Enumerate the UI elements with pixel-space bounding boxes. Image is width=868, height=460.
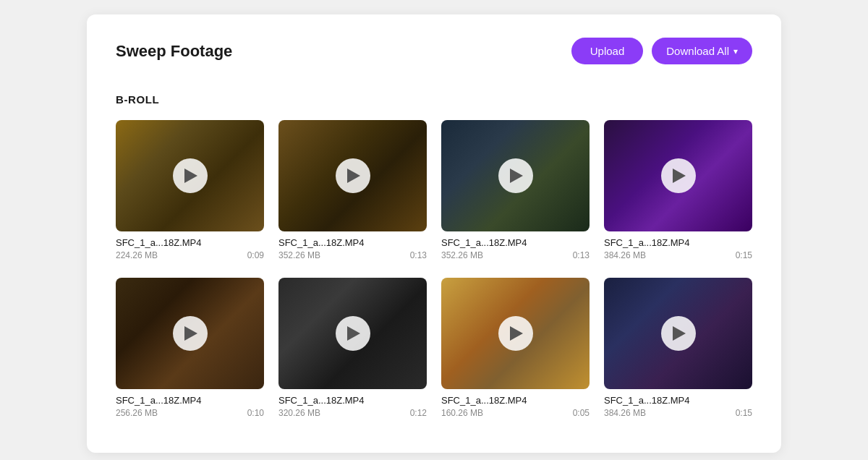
- play-button[interactable]: [173, 158, 208, 193]
- video-size: 352.26 MB: [278, 250, 320, 260]
- video-thumbnail: [278, 120, 427, 231]
- video-meta: 352.26 MB 0:13: [278, 250, 427, 260]
- video-thumbnail: [604, 120, 752, 231]
- video-duration: 0:12: [410, 408, 427, 418]
- upload-button[interactable]: Upload: [571, 38, 644, 64]
- video-item[interactable]: SFC_1_a...18Z.MP4 352.26 MB 0:13: [278, 120, 427, 260]
- video-duration: 0:13: [410, 250, 427, 260]
- video-meta: 352.26 MB 0:13: [441, 250, 590, 260]
- video-size: 384.26 MB: [604, 250, 646, 260]
- video-meta: 384.26 MB 0:15: [604, 408, 752, 418]
- play-button[interactable]: [661, 316, 696, 351]
- video-thumbnail: [116, 278, 264, 389]
- video-item[interactable]: SFC_1_a...18Z.MP4 320.26 MB 0:12: [278, 278, 427, 418]
- play-button[interactable]: [336, 158, 370, 193]
- video-size: 224.26 MB: [116, 250, 158, 260]
- video-grid: SFC_1_a...18Z.MP4 224.26 MB 0:09 SFC_1_a…: [116, 120, 752, 418]
- video-item[interactable]: SFC_1_a...18Z.MP4 384.26 MB 0:15: [604, 278, 752, 418]
- video-name: SFC_1_a...18Z.MP4: [116, 395, 264, 406]
- video-thumbnail: [604, 278, 752, 389]
- video-duration: 0:09: [247, 250, 264, 260]
- download-all-label: Download All: [666, 45, 729, 57]
- video-thumbnail: [278, 278, 427, 389]
- video-duration: 0:05: [573, 408, 590, 418]
- section-label: B-ROLL: [116, 93, 752, 106]
- video-item[interactable]: SFC_1_a...18Z.MP4 160.26 MB 0:05: [441, 278, 590, 418]
- video-name: SFC_1_a...18Z.MP4: [116, 237, 264, 248]
- play-icon: [184, 169, 197, 183]
- play-button[interactable]: [336, 316, 370, 351]
- play-button[interactable]: [661, 158, 696, 193]
- play-icon: [673, 326, 686, 341]
- play-button[interactable]: [173, 316, 208, 351]
- video-item[interactable]: SFC_1_a...18Z.MP4 352.26 MB 0:13: [441, 120, 590, 260]
- chevron-down-icon: ▾: [733, 46, 738, 56]
- video-size: 320.26 MB: [278, 408, 320, 418]
- video-name: SFC_1_a...18Z.MP4: [441, 237, 590, 248]
- play-icon: [347, 169, 360, 183]
- video-thumbnail: [441, 120, 590, 231]
- video-meta: 384.26 MB 0:15: [604, 250, 752, 260]
- main-container: Sweep Footage Upload Download All ▾ B-RO…: [87, 14, 781, 453]
- play-button[interactable]: [498, 316, 533, 351]
- video-duration: 0:13: [573, 250, 590, 260]
- video-size: 352.26 MB: [441, 250, 483, 260]
- header-actions: Upload Download All ▾: [571, 38, 752, 64]
- video-size: 256.26 MB: [116, 408, 158, 418]
- play-icon: [510, 326, 523, 341]
- video-name: SFC_1_a...18Z.MP4: [441, 395, 590, 406]
- video-name: SFC_1_a...18Z.MP4: [278, 395, 427, 406]
- video-meta: 224.26 MB 0:09: [116, 250, 264, 260]
- video-name: SFC_1_a...18Z.MP4: [278, 237, 427, 248]
- video-name: SFC_1_a...18Z.MP4: [604, 395, 752, 406]
- video-name: SFC_1_a...18Z.MP4: [604, 237, 752, 248]
- video-duration: 0:15: [736, 408, 752, 418]
- video-item[interactable]: SFC_1_a...18Z.MP4 384.26 MB 0:15: [604, 120, 752, 260]
- page-header: Sweep Footage Upload Download All ▾: [116, 38, 752, 64]
- video-duration: 0:10: [247, 408, 264, 418]
- video-meta: 160.26 MB 0:05: [441, 408, 590, 418]
- video-meta: 320.26 MB 0:12: [278, 408, 427, 418]
- video-item[interactable]: SFC_1_a...18Z.MP4 224.26 MB 0:09: [116, 120, 264, 260]
- play-icon: [673, 169, 686, 183]
- video-thumbnail: [116, 120, 264, 231]
- video-size: 160.26 MB: [441, 408, 483, 418]
- play-icon: [184, 326, 197, 341]
- download-all-button[interactable]: Download All ▾: [652, 38, 752, 64]
- video-thumbnail: [441, 278, 590, 389]
- video-item[interactable]: SFC_1_a...18Z.MP4 256.26 MB 0:10: [116, 278, 264, 418]
- video-duration: 0:15: [736, 250, 752, 260]
- video-size: 384.26 MB: [604, 408, 646, 418]
- page-title: Sweep Footage: [116, 42, 232, 61]
- play-icon: [347, 326, 360, 341]
- video-meta: 256.26 MB 0:10: [116, 408, 264, 418]
- play-icon: [510, 169, 523, 183]
- play-button[interactable]: [498, 158, 533, 193]
